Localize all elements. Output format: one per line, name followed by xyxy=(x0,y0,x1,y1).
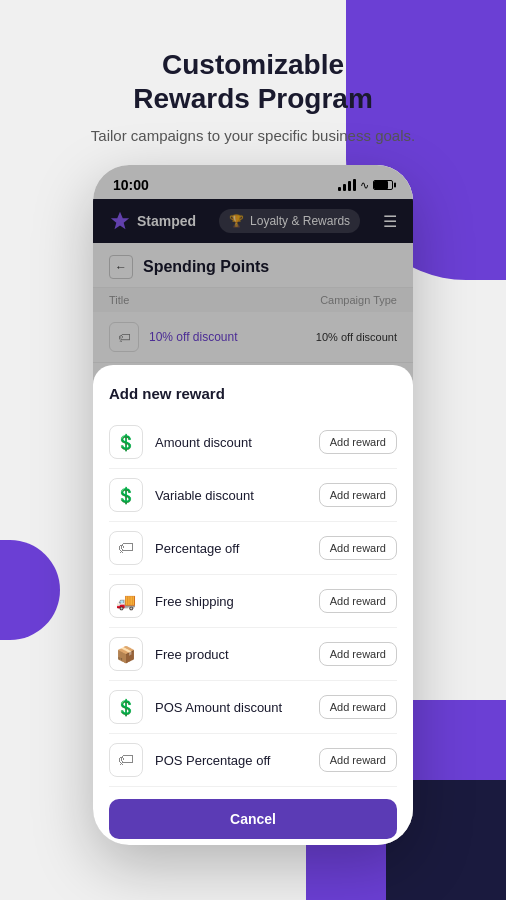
hero-title-line1: Customizable xyxy=(162,49,344,80)
list-item: 💲 POS Amount discount Add reward xyxy=(109,681,397,734)
cancel-button[interactable]: Cancel xyxy=(109,799,397,839)
add-pos-percentage-off-button[interactable]: Add reward xyxy=(319,748,397,772)
list-item: 📦 Free product Add reward xyxy=(109,628,397,681)
reward-name: Free product xyxy=(155,647,307,662)
variable-discount-icon: 💲 xyxy=(109,478,143,512)
hero-header: Customizable Rewards Program Tailor camp… xyxy=(0,0,506,166)
hero-title: Customizable Rewards Program xyxy=(20,48,486,115)
reward-name: Amount discount xyxy=(155,435,307,450)
add-amount-discount-button[interactable]: Add reward xyxy=(319,430,397,454)
amount-discount-icon: 💲 xyxy=(109,425,143,459)
percentage-off-icon: 🏷 xyxy=(109,531,143,565)
add-free-product-button[interactable]: Add reward xyxy=(319,642,397,666)
reward-name: POS Percentage off xyxy=(155,753,307,768)
add-free-shipping-button[interactable]: Add reward xyxy=(319,589,397,613)
list-item: 🏷 Percentage off Add reward xyxy=(109,522,397,575)
phone-frame: 10:00 ∿ Stamped 🏆 Loyalty & Rewards xyxy=(93,165,413,845)
add-pos-amount-discount-button[interactable]: Add reward xyxy=(319,695,397,719)
free-shipping-icon: 🚚 xyxy=(109,584,143,618)
reward-name: Free shipping xyxy=(155,594,307,609)
modal-title: Add new reward xyxy=(109,385,397,402)
hero-subtitle: Tailor campaigns to your specific busine… xyxy=(20,125,486,146)
add-reward-modal: Add new reward 💲 Amount discount Add rew… xyxy=(93,365,413,845)
reward-name: Percentage off xyxy=(155,541,307,556)
pos-percentage-off-icon: 🏷 xyxy=(109,743,143,777)
list-item: 🚚 Free shipping Add reward xyxy=(109,575,397,628)
list-item: 🏷 POS Percentage off Add reward xyxy=(109,734,397,787)
reward-options-list: 💲 Amount discount Add reward 💲 Variable … xyxy=(109,416,397,787)
reward-name: Variable discount xyxy=(155,488,307,503)
pos-amount-discount-icon: 💲 xyxy=(109,690,143,724)
list-item: 💲 Amount discount Add reward xyxy=(109,416,397,469)
add-variable-discount-button[interactable]: Add reward xyxy=(319,483,397,507)
bg-purple-left-shape xyxy=(0,540,60,640)
list-item: 💲 Variable discount Add reward xyxy=(109,469,397,522)
hero-title-line2: Rewards Program xyxy=(133,83,373,114)
reward-name: POS Amount discount xyxy=(155,700,307,715)
add-percentage-off-button[interactable]: Add reward xyxy=(319,536,397,560)
free-product-icon: 📦 xyxy=(109,637,143,671)
